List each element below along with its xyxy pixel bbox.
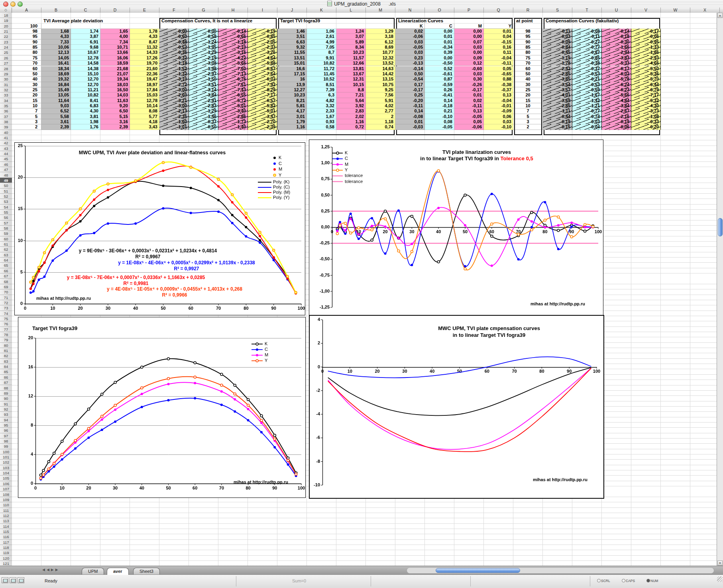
cell[interactable]: -4,01 <box>543 92 572 98</box>
row-header-70[interactable]: 70 <box>0 289 12 295</box>
cell[interactable]: 0,21 <box>425 108 454 114</box>
cell-at-point[interactable]: 3 <box>12 119 41 124</box>
row-header-62[interactable]: 62 <box>0 247 12 252</box>
cell[interactable]: -1,29 <box>189 108 218 114</box>
title-bar[interactable]: UPM_gradation_2008.xls <box>0 0 723 8</box>
cell[interactable]: 2,39 <box>41 124 71 130</box>
row-header-75[interactable]: 75 <box>0 316 12 321</box>
cell[interactable]: 0,25 <box>395 92 425 98</box>
cell[interactable]: -4,64 <box>248 55 277 61</box>
cell[interactable]: 4,30 <box>71 108 100 114</box>
cell[interactable]: -0,08 <box>395 114 425 119</box>
row-header-34[interactable]: 34 <box>0 98 12 103</box>
cell[interactable]: 0,30 <box>454 77 484 82</box>
cell[interactable]: -1,66 <box>602 45 631 50</box>
cell[interactable]: -0,59 <box>572 87 602 92</box>
cell[interactable]: -1,42 <box>572 98 602 103</box>
cell[interactable]: -0,41 <box>425 92 454 98</box>
row-header-54[interactable]: 54 <box>0 205 12 210</box>
row-header-18[interactable]: 18 <box>0 13 12 18</box>
cell[interactable]: 8,51 <box>307 82 336 87</box>
cell[interactable]: -6,23 <box>602 87 631 92</box>
row-header-116[interactable]: 116 <box>0 534 12 539</box>
cell[interactable]: 10,14 <box>130 103 159 108</box>
row-header-33[interactable]: 33 <box>0 92 12 98</box>
cell[interactable]: 2,77 <box>366 108 395 114</box>
cell[interactable]: 8,69 <box>366 45 395 50</box>
cell[interactable]: -2,10 <box>218 45 248 50</box>
row-header-40[interactable]: 40 <box>0 130 12 135</box>
cell[interactable]: -0,21 <box>572 77 602 82</box>
channel-label-C[interactable]: C <box>425 24 454 29</box>
cell[interactable]: -2,70 <box>248 119 277 124</box>
cell[interactable]: -0,17 <box>454 87 484 92</box>
cell[interactable]: 6,91 <box>71 39 100 45</box>
cell[interactable]: -2,13 <box>159 108 189 114</box>
cell[interactable]: -5,33 <box>602 61 631 66</box>
row-header-23[interactable]: 23 <box>0 39 12 45</box>
cell[interactable]: -7,17 <box>631 92 661 98</box>
cell[interactable]: -0,32 <box>159 55 189 61</box>
cell[interactable]: -6,02 <box>602 71 631 77</box>
cell[interactable]: -1,40 <box>218 124 248 130</box>
cell[interactable]: -0,53 <box>572 82 602 87</box>
cell[interactable]: 4,18 <box>130 119 159 124</box>
cell[interactable]: -2,72 <box>159 82 189 87</box>
row-header-49[interactable]: 49 <box>0 178 12 183</box>
cell[interactable]: 12,78 <box>71 55 100 61</box>
cell[interactable]: -1,86 <box>631 50 661 55</box>
cell[interactable]: 14,05 <box>41 55 71 61</box>
cell[interactable]: 10,15 <box>336 82 366 87</box>
select-all-corner[interactable]: ◇ <box>0 8 12 13</box>
row-header-112[interactable]: 112 <box>0 513 12 518</box>
cell[interactable]: 17,26 <box>130 55 159 61</box>
cell[interactable]: 3 <box>513 119 543 124</box>
row-header-19[interactable]: 19 <box>0 18 12 23</box>
cell[interactable]: 3,51 <box>277 34 307 39</box>
cell[interactable]: 0,00 <box>425 29 454 34</box>
cell[interactable]: 1,16 <box>277 124 307 130</box>
cell[interactable]: 1,67 <box>307 114 336 119</box>
cell[interactable]: -0,06 <box>631 34 661 39</box>
row-header-31[interactable]: 31 <box>0 82 12 87</box>
cell[interactable]: -0,15 <box>543 124 572 130</box>
cell[interactable]: 4,00 <box>100 34 130 39</box>
cell[interactable]: 10,82 <box>307 61 336 66</box>
row-header-86[interactable]: 86 <box>0 375 12 380</box>
cell[interactable]: -0,37 <box>189 119 218 124</box>
cell[interactable]: 16,84 <box>41 82 71 87</box>
cell[interactable]: -0,87 <box>572 50 602 55</box>
cell-at-point[interactable]: 98 <box>12 29 41 34</box>
cell-100[interactable]: 100 <box>12 24 41 29</box>
cell[interactable]: -0,30 <box>602 39 631 45</box>
cell[interactable]: 4,02 <box>366 103 395 108</box>
row-header-84[interactable]: 84 <box>0 364 12 369</box>
cell[interactable]: -3,57 <box>543 87 572 92</box>
cell[interactable]: 8,7 <box>307 50 336 55</box>
cell[interactable]: 0,13 <box>484 92 513 98</box>
cell[interactable]: -0,33 <box>631 119 661 124</box>
cell[interactable]: 8,8 <box>336 87 366 92</box>
cell[interactable]: -1,50 <box>189 77 218 82</box>
cell[interactable]: -6,55 <box>218 92 248 98</box>
row-header-65[interactable]: 65 <box>0 263 12 268</box>
column-header-X[interactable]: X <box>690 8 720 13</box>
cell[interactable]: 18,69 <box>41 71 71 77</box>
row-header-48[interactable]: 48 <box>0 173 12 178</box>
row-header-38[interactable]: 38 <box>0 119 12 124</box>
row-header-98[interactable]: 98 <box>0 439 12 444</box>
row-header-82[interactable]: 82 <box>0 353 12 358</box>
cell[interactable]: -3,21 <box>159 98 189 103</box>
cell[interactable]: -0,60 <box>454 66 484 71</box>
cell[interactable]: 0,74 <box>366 124 395 130</box>
cell[interactable]: 10,67 <box>71 50 100 55</box>
cell[interactable]: 0,00 <box>454 50 484 55</box>
vertical-scroll-thumb[interactable] <box>718 218 723 236</box>
row-header-107[interactable]: 107 <box>0 486 12 492</box>
cell[interactable]: 0,02 <box>395 29 425 34</box>
cell[interactable]: 16,6 <box>277 66 307 71</box>
cell[interactable]: 9,03 <box>41 103 71 108</box>
cell[interactable]: -5,36 <box>631 71 661 77</box>
cell[interactable]: -4,30 <box>631 103 661 108</box>
row-header-68[interactable]: 68 <box>0 279 12 284</box>
